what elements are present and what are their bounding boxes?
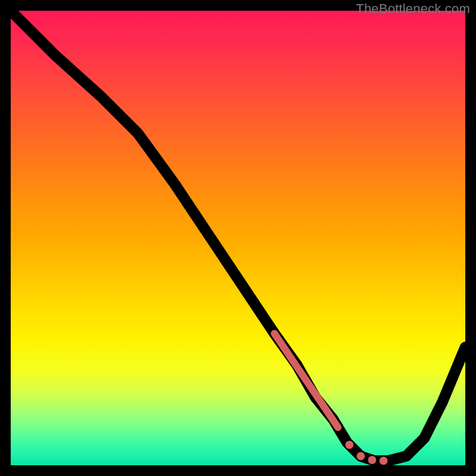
highlight-dot: [345, 441, 353, 449]
plot-area: [11, 11, 465, 465]
chart-container: TheBottleneck.com: [0, 0, 476, 476]
watermark-text: TheBottleneck.com: [356, 1, 470, 17]
highlight-segment: [274, 333, 338, 427]
curve-line: [11, 11, 465, 461]
chart-svg: [11, 11, 465, 465]
highlight-dot: [368, 456, 377, 464]
highlight-dot: [380, 456, 388, 465]
highlight-dot: [356, 452, 365, 461]
